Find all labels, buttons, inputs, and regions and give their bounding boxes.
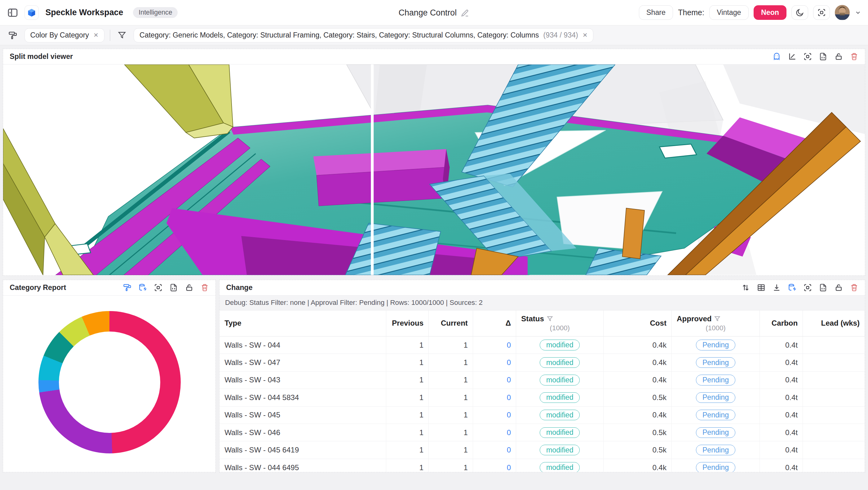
- cell-type: Walls - SW - 044 5834: [219, 389, 386, 406]
- focus-icon[interactable]: [804, 283, 812, 292]
- table-row[interactable]: Walls - SW - 044 5834 1 1 0 modified 0.5…: [219, 389, 865, 406]
- user-avatar[interactable]: [835, 5, 850, 20]
- status-badge[interactable]: modified: [540, 357, 580, 368]
- table-row[interactable]: Walls - SW - 043 1 1 0 modified 0.4k Pen…: [219, 371, 865, 389]
- chart-axis-icon[interactable]: [788, 53, 796, 61]
- delta-link[interactable]: 0: [507, 358, 511, 367]
- table-row[interactable]: Walls - SW - 045 1 1 0 modified 0.4k Pen…: [219, 406, 865, 424]
- column-header-status[interactable]: Status (1000): [516, 310, 603, 336]
- edit-title-icon[interactable]: [461, 9, 469, 17]
- focus-icon[interactable]: [154, 283, 162, 292]
- dashboard: Split model viewer: [0, 45, 868, 490]
- approved-badge[interactable]: Pending: [696, 392, 735, 403]
- delta-link[interactable]: 0: [507, 375, 511, 384]
- status-badge[interactable]: modified: [540, 410, 580, 420]
- table-row[interactable]: Walls - SW - 047 1 1 0 modified 0.4k Pen…: [219, 354, 865, 371]
- table-row[interactable]: Walls - SW - 044 1 1 0 modified 0.4k Pen…: [219, 336, 865, 354]
- focus-icon[interactable]: [804, 53, 812, 61]
- delta-link[interactable]: 0: [507, 463, 511, 472]
- trash-icon[interactable]: [200, 283, 209, 292]
- delta-link[interactable]: 0: [507, 410, 511, 419]
- file-code-icon[interactable]: [819, 53, 827, 61]
- theme-neon-button[interactable]: Neon: [754, 5, 786, 20]
- cell-cost: 0.5k: [603, 424, 672, 441]
- column-header-cost[interactable]: Cost: [603, 310, 672, 336]
- change-table-header: Type Previous Current Δ Status (1000) Co…: [219, 310, 865, 336]
- download-icon[interactable]: [773, 283, 781, 292]
- lock-icon[interactable]: [185, 283, 193, 292]
- remove-chip-icon[interactable]: ✕: [583, 32, 587, 39]
- approved-badge[interactable]: Pending: [696, 357, 735, 368]
- remove-chip-icon[interactable]: ✕: [93, 32, 98, 39]
- trash-icon[interactable]: [850, 283, 858, 292]
- share-button[interactable]: Share: [639, 5, 673, 20]
- cell-current: 1: [429, 424, 473, 441]
- workspace-logo[interactable]: [25, 5, 39, 20]
- status-badge[interactable]: modified: [540, 445, 580, 455]
- column-header-lead[interactable]: Lead (wks): [803, 310, 865, 336]
- column-header-carbon[interactable]: Carbon: [760, 310, 803, 336]
- cell-previous: 1: [386, 354, 429, 371]
- paint-roller-icon[interactable]: [123, 283, 131, 292]
- cell-status: modified: [516, 336, 603, 354]
- column-header-previous[interactable]: Previous: [386, 310, 429, 336]
- table-row[interactable]: Walls - SW - 046 1 1 0 modified 0.5k Pen…: [219, 424, 865, 441]
- status-badge[interactable]: modified: [540, 340, 580, 350]
- app-root: Speckle Workspace Intelligence Change Co…: [0, 0, 868, 490]
- report-panel-title: Category Report: [10, 283, 66, 292]
- theme-vintage-button[interactable]: Vintage: [709, 5, 749, 20]
- dark-mode-button[interactable]: [792, 5, 808, 20]
- file-code-icon[interactable]: [819, 283, 827, 292]
- color-by-category-chip[interactable]: Color By Category ✕: [25, 28, 104, 42]
- table-row[interactable]: Walls - SW - 044 6495 1 1 0 modified 0.4…: [219, 459, 865, 472]
- delta-link[interactable]: 0: [507, 341, 511, 349]
- file-code-icon[interactable]: [169, 283, 178, 292]
- cell-delta: 0: [473, 406, 516, 424]
- cell-previous: 1: [386, 336, 429, 354]
- approved-badge[interactable]: Pending: [696, 375, 735, 385]
- swap-icon[interactable]: [742, 283, 750, 292]
- approved-badge[interactable]: Pending: [696, 410, 735, 420]
- ghost-mode-icon[interactable]: [773, 53, 781, 61]
- approved-badge[interactable]: Pending: [696, 445, 735, 455]
- status-badge[interactable]: modified: [540, 462, 580, 472]
- column-header-approved[interactable]: Approved (1000): [672, 310, 760, 336]
- cell-delta: 0: [473, 371, 516, 389]
- status-badge[interactable]: modified: [540, 375, 580, 385]
- chip-count: (934 / 934): [544, 31, 578, 39]
- lock-icon[interactable]: [835, 53, 843, 61]
- cell-previous: 1: [386, 424, 429, 441]
- donut-chart[interactable]: [38, 311, 181, 453]
- category-filter-chip[interactable]: Category: Generic Models, Category: Stru…: [134, 28, 593, 42]
- model-viewer-canvas[interactable]: [3, 64, 865, 275]
- column-header-type[interactable]: Type: [219, 310, 386, 336]
- approved-filter-icon[interactable]: [714, 316, 720, 322]
- delta-link[interactable]: 0: [507, 428, 511, 437]
- chevron-down-icon[interactable]: [855, 9, 861, 16]
- approved-badge[interactable]: Pending: [696, 427, 735, 438]
- delta-link[interactable]: 0: [507, 446, 511, 454]
- cell-status: modified: [516, 441, 603, 458]
- approved-badge[interactable]: Pending: [696, 462, 735, 472]
- sidebar-toggle-button[interactable]: [6, 6, 19, 19]
- status-badge[interactable]: modified: [540, 392, 580, 403]
- table-icon[interactable]: [757, 283, 765, 292]
- table-row[interactable]: Walls - SW - 045 6419 1 1 0 modified 0.5…: [219, 441, 865, 459]
- lock-icon[interactable]: [835, 283, 843, 292]
- viewer-panel-header: Split model viewer: [3, 49, 865, 64]
- database-zap-icon[interactable]: [138, 283, 147, 292]
- avatar-photo: [835, 5, 850, 20]
- status-filter-icon[interactable]: [547, 316, 553, 322]
- column-header-delta[interactable]: Δ: [473, 310, 516, 336]
- database-zap-icon[interactable]: [788, 283, 796, 292]
- cell-type: Walls - SW - 044: [219, 336, 386, 354]
- trash-icon[interactable]: [850, 53, 858, 61]
- change-table-body: Walls - SW - 044 1 1 0 modified 0.4k Pen…: [219, 336, 865, 472]
- status-badge[interactable]: modified: [540, 427, 580, 438]
- approved-badge[interactable]: Pending: [696, 340, 735, 350]
- cell-delta: 0: [473, 459, 516, 472]
- column-header-current[interactable]: Current: [429, 310, 473, 336]
- cell-current: 1: [429, 389, 473, 406]
- fullscreen-button[interactable]: [813, 5, 830, 20]
- delta-link[interactable]: 0: [507, 393, 511, 402]
